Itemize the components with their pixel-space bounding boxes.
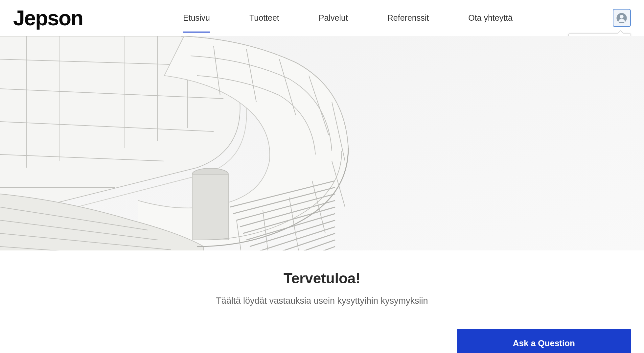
hero-image (0, 36, 644, 250)
ask-question-button[interactable]: Ask a Question (457, 329, 631, 353)
person-icon (616, 12, 627, 24)
svg-rect-20 (192, 174, 228, 240)
nav-home[interactable]: Etusivu (183, 10, 210, 26)
account-button[interactable] (613, 9, 631, 27)
welcome-section: Tervetuloa! Täältä löydät vastauksia use… (0, 250, 644, 319)
nav-products[interactable]: Tuotteet (249, 10, 279, 26)
cta-section: Ask a Question (0, 319, 644, 353)
main-nav: Etusivu Tuotteet Palvelut Referenssit Ot… (183, 10, 513, 26)
logo[interactable]: Jepson (13, 6, 83, 30)
nav-references[interactable]: Referenssit (387, 10, 429, 26)
welcome-title: Tervetuloa! (7, 270, 637, 287)
nav-contact[interactable]: Ota yhteyttä (468, 10, 513, 26)
account-section: Kirjaudu ulos (613, 9, 631, 27)
main-header: Jepson Etusivu Tuotteet Palvelut Referen… (0, 0, 644, 36)
welcome-subtitle: Täältä löydät vastauksia usein kysyttyih… (7, 296, 637, 306)
nav-services[interactable]: Palvelut (319, 10, 348, 26)
svg-point-1 (620, 15, 624, 18)
